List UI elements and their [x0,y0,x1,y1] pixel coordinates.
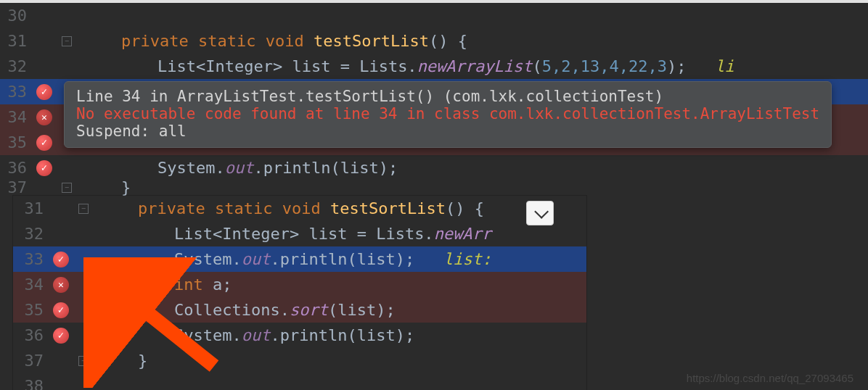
code-line-highlighted[interactable]: 33 ✓ System.out.println(list); list: [13,246,586,272]
keyword: int [174,275,203,294]
code-content[interactable]: System.out.println(list); list: [94,246,491,272]
static-method: newArr [434,225,491,243]
line-number: 37 [0,181,33,195]
class: System. [174,326,242,344]
breakpoint-invalid-icon[interactable]: ✕ [53,277,69,293]
code-content[interactable]: Collections.sort(list); [94,297,396,323]
line-number: 31 [13,196,49,221]
check-icon: ✓ [58,323,64,348]
fold-minus-icon[interactable]: − [78,204,89,214]
fold-gutter[interactable]: − [73,196,94,221]
breakpoint-gutter[interactable]: ✓ [49,246,73,272]
fold-minus-icon[interactable]: − [62,36,72,46]
fold-gutter[interactable] [73,297,94,323]
code-line-paused[interactable]: 35 ✓ Collections.sort(list); [13,297,586,323]
number-literals: 5,2,13,4,22,3 [542,57,667,75]
code-content[interactable]: System.out.println(list); [78,155,398,181]
breakpoint-gutter[interactable] [49,348,73,373]
semi: ; [222,275,232,294]
code-content[interactable]: int a; [94,272,232,297]
watermark: https://blog.csdn.net/qq_27093465 [687,372,853,384]
fold-gutter[interactable]: − [73,348,94,373]
line-number: 34 [0,104,33,130]
breakpoint-check-icon[interactable]: ✓ [53,328,69,344]
fold-gutter[interactable] [73,246,94,272]
dropdown-button[interactable] [526,201,554,225]
code-content[interactable]: private static void testSortList() { [78,28,467,54]
breakpoint-check-icon[interactable]: ✓ [53,302,69,318]
check-icon: ✓ [58,246,64,272]
tooltip-error: No executable code found at line 34 in c… [76,105,819,123]
text: .println(list); [270,250,414,268]
code-content[interactable]: } [78,181,131,195]
keyword: private [121,32,189,50]
breakpoint-gutter[interactable]: ✓ [33,155,56,181]
fold-gutter[interactable] [56,155,78,181]
code-line[interactable]: 36 ✓ System.out.println(list); [0,155,868,181]
breakpoint-gutter[interactable]: ✓ [49,297,73,323]
fold-gutter[interactable] [56,54,78,79]
inline-hint: list: [443,250,491,268]
check-icon: ✓ [41,155,47,181]
code-line[interactable]: 32 List<Integer> list = Lists.newArr [13,221,586,246]
class: Collections. [174,301,290,319]
breakpoint-gutter[interactable]: ✓ [33,130,56,155]
fold-gutter[interactable] [73,221,94,246]
breakpoint-gutter[interactable]: ✕ [49,272,73,297]
code-line[interactable]: 31 − private static void testSortList() … [13,196,586,221]
breakpoint-gutter[interactable] [33,54,56,79]
breakpoint-gutter[interactable] [49,373,73,390]
fold-gutter[interactable] [56,3,78,28]
breakpoint-gutter[interactable] [33,28,56,54]
line-number: 32 [13,221,49,246]
code-content[interactable]: } [94,348,147,373]
breakpoint-check-icon[interactable]: ✓ [36,84,52,100]
punct: () { [429,32,467,50]
code-line[interactable]: 30 [0,3,868,28]
code-line-paused[interactable]: 34 ✕ int a; [13,272,586,297]
fold-gutter[interactable] [73,323,94,348]
check-icon: ✓ [58,297,64,323]
tooltip-location: Line 34 in ArrayListTest.testSortList() … [76,88,819,105]
line-number: 33 [0,79,33,104]
code-line[interactable]: 37 − } [13,348,586,373]
chevron-down-icon [534,204,549,219]
breakpoint-check-icon[interactable]: ✓ [36,135,52,151]
code-line[interactable]: 38 [13,373,586,390]
code-line[interactable]: 36 ✓ System.out.println(list); [13,323,586,348]
fold-gutter[interactable] [73,373,94,390]
breakpoint-gutter[interactable] [33,3,56,28]
code-content[interactable] [78,3,121,28]
text: .println(list); [270,326,414,344]
breakpoint-gutter[interactable] [33,181,56,195]
breakpoint-invalid-icon[interactable]: ✕ [36,109,52,125]
fold-minus-icon[interactable]: − [78,356,89,366]
fold-gutter[interactable]: − [56,28,78,54]
breakpoint-gutter[interactable] [49,221,73,246]
code-content[interactable] [94,373,138,390]
breakpoint-check-icon[interactable]: ✓ [53,252,69,267]
fold-minus-icon[interactable]: − [62,183,72,193]
breakpoint-gutter[interactable]: ✓ [33,79,56,104]
line-number: 36 [13,323,49,348]
punct: () { [446,199,484,217]
breakpoint-check-icon[interactable]: ✓ [36,160,52,176]
breakpoint-tooltip: Line 34 in ArrayListTest.testSortList() … [64,81,832,148]
breakpoint-gutter[interactable]: ✓ [49,323,73,348]
breakpoint-gutter[interactable] [49,196,73,221]
static-field: out [242,250,271,268]
brace: } [138,352,147,370]
code-line[interactable]: 32 List<Integer> list = Lists.newArrayLi… [0,54,868,79]
code-content[interactable]: private static void testSortList() { [94,196,484,221]
code-content[interactable]: List<Integer> list = Lists.newArrayList(… [78,54,734,79]
method-name: testSortList [314,32,429,50]
fold-gutter[interactable]: − [56,181,78,195]
code-line[interactable]: 31 − private static void testSortList() … [0,28,868,54]
keyword: void [266,32,304,50]
code-content[interactable]: System.out.println(list); [94,323,414,348]
type: List<Integer> [174,225,299,243]
code-content[interactable]: List<Integer> list = Lists.newArr [94,221,491,246]
code-line[interactable]: 37 − } [0,181,868,195]
breakpoint-gutter[interactable]: ✕ [33,104,56,130]
static-field: out [242,326,271,344]
